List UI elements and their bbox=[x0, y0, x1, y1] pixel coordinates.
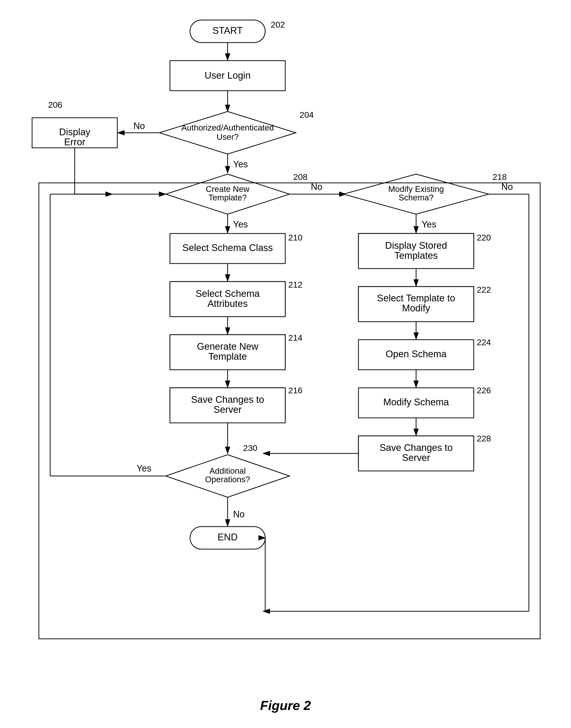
svg-text:Authorized/Authenticated: Authorized/Authenticated bbox=[182, 123, 274, 132]
svg-text:Error: Error bbox=[64, 137, 86, 147]
svg-text:Yes: Yes bbox=[233, 219, 248, 230]
svg-text:Select Schema Class: Select Schema Class bbox=[182, 243, 273, 253]
svg-text:Display Stored: Display Stored bbox=[385, 240, 447, 251]
svg-text:Additional: Additional bbox=[210, 466, 246, 475]
svg-text:Open Schema: Open Schema bbox=[386, 349, 447, 359]
svg-text:220: 220 bbox=[477, 233, 491, 242]
svg-text:Templates: Templates bbox=[394, 250, 438, 261]
svg-text:Schema?: Schema? bbox=[398, 193, 433, 202]
svg-text:Save Changes to: Save Changes to bbox=[191, 394, 264, 405]
svg-text:230: 230 bbox=[243, 443, 257, 453]
svg-text:Generate New: Generate New bbox=[197, 341, 258, 352]
svg-text:User?: User? bbox=[217, 132, 239, 142]
svg-text:226: 226 bbox=[477, 386, 491, 395]
svg-text:User Login: User Login bbox=[205, 70, 251, 81]
svg-text:216: 216 bbox=[288, 386, 303, 395]
figure-caption: Figure 2 bbox=[260, 698, 311, 713]
svg-text:Template: Template bbox=[208, 351, 247, 362]
svg-text:Server: Server bbox=[214, 404, 242, 415]
svg-text:204: 204 bbox=[300, 110, 314, 120]
svg-text:Yes: Yes bbox=[233, 159, 248, 169]
svg-text:210: 210 bbox=[288, 233, 303, 242]
svg-text:218: 218 bbox=[492, 172, 507, 182]
svg-text:Operations?: Operations? bbox=[205, 475, 250, 484]
svg-text:END: END bbox=[218, 532, 238, 542]
svg-text:Yes: Yes bbox=[137, 463, 151, 473]
svg-text:Server: Server bbox=[402, 452, 430, 463]
svg-text:202: 202 bbox=[271, 20, 285, 29]
svg-text:No: No bbox=[133, 121, 145, 131]
svg-text:START: START bbox=[212, 25, 243, 36]
svg-text:Select Template to: Select Template to bbox=[377, 293, 455, 303]
svg-text:212: 212 bbox=[288, 280, 303, 289]
flowchart-svg: START 202 User Login Authorized/Authenti… bbox=[0, 0, 571, 728]
svg-text:Modify: Modify bbox=[402, 303, 430, 313]
svg-text:208: 208 bbox=[293, 172, 308, 182]
svg-text:224: 224 bbox=[477, 337, 491, 347]
svg-text:Display: Display bbox=[59, 127, 91, 137]
svg-text:206: 206 bbox=[48, 100, 63, 110]
svg-text:Modify Existing: Modify Existing bbox=[388, 184, 444, 194]
diagram-container: START 202 User Login Authorized/Authenti… bbox=[0, 0, 571, 728]
svg-text:Select Schema: Select Schema bbox=[196, 288, 260, 299]
svg-text:Save Changes to: Save Changes to bbox=[379, 442, 453, 453]
svg-text:228: 228 bbox=[477, 434, 491, 443]
svg-text:Create New: Create New bbox=[206, 184, 249, 194]
svg-text:No: No bbox=[233, 509, 245, 519]
svg-text:222: 222 bbox=[477, 285, 491, 294]
svg-text:214: 214 bbox=[288, 333, 303, 342]
svg-text:Attributes: Attributes bbox=[208, 298, 248, 309]
svg-text:Template?: Template? bbox=[209, 193, 247, 202]
svg-text:Yes: Yes bbox=[422, 219, 436, 230]
svg-text:Modify Schema: Modify Schema bbox=[383, 397, 449, 407]
